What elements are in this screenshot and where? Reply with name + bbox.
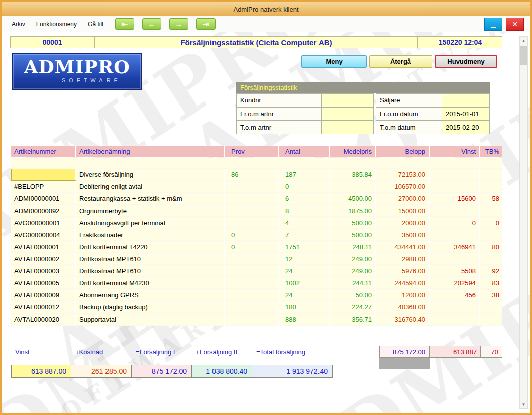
table-row[interactable]: AVTAL0000020Supportavtal888356.71316760.… (11, 314, 502, 326)
cell-medelpris: 248.11 (330, 241, 376, 253)
table-row[interactable]: AVTAL0000003Driftkostnad MPT61024249.005… (11, 265, 502, 277)
t-o-m-artnr-input[interactable] (322, 121, 374, 134)
summary-total-cell: 1 038 800.40 (192, 365, 252, 378)
column-header-belopp: Belopp (376, 146, 430, 157)
table-row[interactable]: ADMI00000001Restaurangkassa + statistik … (11, 193, 502, 205)
cell-medelpris: 356.71 (330, 314, 376, 326)
close-button[interactable]: ✕ (506, 18, 524, 31)
t-o-m-datum-input[interactable]: 2015-02-20 (442, 121, 490, 134)
nav-last-icon: ⇥ (202, 20, 209, 28)
nav-last-button[interactable]: ⇥ (196, 18, 216, 30)
cell-medelpris: 50.00 (330, 289, 376, 301)
table-row[interactable]: ADMI00000092Orgnummerbyte81875.0015000.0… (11, 205, 502, 217)
cell-prov (225, 277, 279, 289)
cell-artikelbenamning: Fraktkostnader (76, 229, 225, 241)
cell-antal: 4 (279, 217, 330, 229)
summary-total-cell: 875 172.00 (132, 365, 192, 378)
cell-artikelnummer[interactable] (11, 169, 76, 181)
header-datetime: 150220 12:04 (418, 36, 502, 48)
table-row[interactable]: AVTAL0000009Abonnemang GPRS2450.001200.0… (11, 289, 502, 301)
menu-item-arkiv[interactable]: Arkiv (6, 21, 31, 28)
cell-belopp: 27000.00 (376, 193, 430, 205)
huvudmeny-button[interactable]: Huvudmeny (435, 55, 497, 68)
nav-first-button[interactable]: ⇤ (115, 18, 134, 30)
cell-medelpris: 249.00 (330, 265, 376, 277)
form-title: Försäljningsstatistik (236, 82, 490, 93)
meny-button[interactable]: Meny (301, 55, 367, 68)
cell-artikelbenamning: Restaurangkassa + statistik + m&m (76, 193, 225, 205)
cell-medelpris: 1875.00 (330, 205, 376, 217)
table-row[interactable]: AVTAL0000002Driftkostnad MPT61012249.002… (11, 253, 502, 265)
saljare-input[interactable] (442, 93, 490, 107)
form-row: Fr.o.m artnrFr.o.m datum2015-01-01 (236, 107, 490, 121)
cell-belopp: 1200.00 (376, 289, 430, 301)
cell-antal: 6 (279, 193, 330, 205)
cell-belopp: 316760.40 (376, 314, 430, 326)
table-row[interactable]: AVG000000004Fraktkostnader07500.003500.0… (11, 229, 502, 241)
cell-antal: 12 (279, 253, 330, 265)
summary-right-cells: 875 172.00613 88770 (379, 346, 502, 358)
cell-tb (480, 181, 502, 193)
scroll-up-icon[interactable]: ▲ (520, 37, 527, 45)
fr-o-m-artnr-label: Fr.o.m artnr (236, 107, 322, 121)
logo-subtext: SOFTWARE (13, 77, 141, 83)
cell-artikelnummer: ADMI00000092 (11, 205, 76, 217)
close-icon: ✕ (512, 20, 518, 28)
table-row[interactable]: AVTAL0000012Backup (daglig backup)180224… (11, 301, 502, 314)
table-row[interactable]: AVTAL0000001Drift kortterminal T42200175… (11, 241, 502, 253)
table-row[interactable]: AVG000000001Anslutningsavgift per termin… (11, 217, 502, 229)
menu-item-funktionsmeny[interactable]: Funktionsmeny (31, 21, 82, 28)
cell-vinst: 456 (430, 289, 480, 301)
kundnr-input[interactable] (322, 93, 374, 107)
cell-medelpris: 4500.00 (330, 193, 376, 205)
cell-tb: 0 (480, 217, 502, 229)
cell-tb: 80 (480, 241, 502, 253)
cell-prov (225, 289, 279, 301)
cell-medelpris: 500.00 (330, 229, 376, 241)
cell-vinst (430, 314, 480, 326)
cell-artikelnummer: AVTAL0000003 (11, 265, 76, 277)
cell-tb (480, 169, 502, 181)
fr-o-m-artnr-input[interactable] (322, 107, 374, 121)
column-header-antal: Antal (279, 146, 330, 157)
fr-o-m-datum-input[interactable]: 2015-01-01 (442, 107, 490, 121)
logo-text: ADMIPRO (13, 57, 141, 77)
cell-belopp: 106570.00 (376, 181, 430, 193)
cell-antal: 24 (279, 289, 330, 301)
cell-vinst (430, 205, 480, 217)
cell-tb: 83 (480, 277, 502, 289)
page-title: Försäljningsstatistik (Cicita Computer A… (94, 36, 418, 48)
cell-tb: 92 (480, 265, 502, 277)
cell-vinst: 202594 (430, 277, 480, 289)
cell-antal: 0 (279, 181, 330, 193)
cell-prov (225, 314, 279, 326)
cell-tb: 38 (480, 289, 502, 301)
table-row[interactable]: Diverse försäljning86187385.8472153.00 (11, 169, 502, 181)
cell-antal: 180 (279, 301, 330, 314)
cell-artikelnummer: ADMI00000001 (11, 193, 76, 205)
minimize-button[interactable]: ▁ (484, 18, 502, 31)
cell-belopp: 244594.00 (376, 277, 430, 289)
cell-vinst: 346941 (430, 241, 480, 253)
nav-back-button[interactable]: ← (142, 18, 161, 30)
scrollbar-thumb[interactable] (520, 46, 527, 65)
atergar-button[interactable]: Återgå (369, 55, 432, 68)
cell-artikelnummer: AVTAL0000012 (11, 301, 76, 314)
menu-bar: ArkivFunktionsmenyGå till ⇤←→⇥ ▁ ✕ (2, 16, 530, 32)
t-o-m-artnr-label: T.o.m artnr (236, 121, 322, 134)
column-header-tb: TB% (480, 146, 502, 157)
summary-labels: Vinst+Kostnad=Försäljning I+Försäljning … (11, 346, 333, 358)
cell-medelpris (330, 181, 376, 193)
scroll-down-icon[interactable]: ▼ (520, 400, 527, 408)
cell-belopp: 72153.00 (376, 169, 430, 181)
menu-item-ga-till[interactable]: Gå till (82, 21, 109, 28)
form-row: T.o.m artnrT.o.m datum2015-02-20 (236, 121, 490, 134)
t-o-m-datum-label: T.o.m datum (376, 121, 442, 134)
cell-antal: 1751 (279, 241, 330, 253)
saljare-label: Säljare (376, 93, 442, 107)
table-row[interactable]: #BELOPPDebitering enligt avtal0106570.00 (11, 181, 502, 193)
vertical-scrollbar[interactable]: ▲ ▼ (519, 36, 528, 409)
table-row[interactable]: AVTAL0000005Drift kortterminal M42301002… (11, 277, 502, 289)
nav-forward-button[interactable]: → (169, 18, 188, 30)
cell-tb: 58 (480, 193, 502, 205)
